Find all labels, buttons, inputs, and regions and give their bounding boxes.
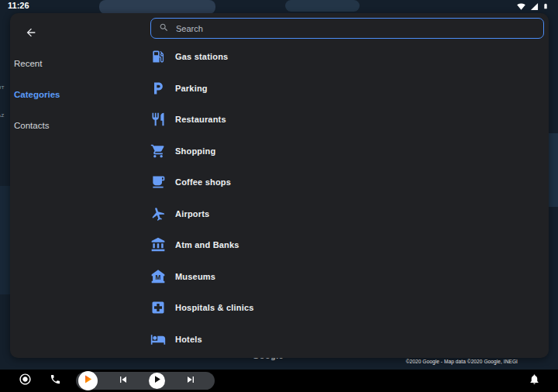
map-state-label: AZ xyxy=(0,113,5,118)
search-categories-panel: Recent Categories Contacts Gas stations xyxy=(10,13,549,358)
category-label: Atm and Banks xyxy=(175,240,239,249)
category-list: Gas stations Parking Restaurants Shoppin… xyxy=(150,41,544,355)
category-label: Gas stations xyxy=(175,52,228,61)
map-terrain-patch xyxy=(99,0,215,14)
sidebar-item-contacts[interactable]: Contacts xyxy=(14,116,130,135)
restaurant-icon xyxy=(150,112,166,127)
notifications-button[interactable] xyxy=(528,374,541,387)
category-item-hotels[interactable]: Hotels xyxy=(150,324,544,356)
phone-icon xyxy=(50,373,61,388)
sidebar-item-recent[interactable]: Recent xyxy=(14,54,130,73)
sidebar-item-categories[interactable]: Categories xyxy=(14,85,130,104)
skip-previous-button[interactable] xyxy=(116,374,129,387)
bell-icon xyxy=(529,373,540,388)
sidebar-item-label: Contacts xyxy=(14,121,49,130)
category-label: Parking xyxy=(175,84,208,93)
category-item-atm-and-banks[interactable]: Atm and Banks xyxy=(150,229,544,261)
phone-button[interactable] xyxy=(49,374,62,387)
skip-next-button[interactable] xyxy=(184,374,197,387)
coffee-cup-icon xyxy=(150,174,166,190)
map-terrain-patch xyxy=(549,133,558,207)
play-icon xyxy=(151,373,163,388)
map-terrain-patch xyxy=(285,0,360,12)
map-state-label: UT xyxy=(0,85,5,90)
android-auto-screen: UT AZ 11:26 Google ©2020 Google - Map da… xyxy=(0,0,558,392)
category-item-museums[interactable]: M Museums xyxy=(150,261,544,293)
category-item-coffee-shops[interactable]: Coffee shops xyxy=(150,167,544,198)
record-circle-icon xyxy=(19,373,32,389)
status-icons xyxy=(516,2,549,11)
parking-icon xyxy=(150,81,166,96)
category-item-hospitals-clinics[interactable]: Hospitals & clinics xyxy=(150,292,544,324)
cellular-signal-icon xyxy=(530,2,539,11)
search-input[interactable] xyxy=(176,24,536,33)
system-bar xyxy=(0,370,558,392)
hotel-bed-icon xyxy=(150,332,166,347)
sidebar-item-label: Categories xyxy=(14,90,60,99)
hospital-cross-icon xyxy=(150,300,166,315)
skip-next-icon xyxy=(184,373,197,389)
airplane-icon xyxy=(150,206,166,222)
museum-icon: M xyxy=(150,269,166,284)
category-label: Restaurants xyxy=(175,115,226,124)
clock: 11:26 xyxy=(8,1,29,10)
category-label: Hospitals & clinics xyxy=(175,303,254,312)
category-item-gas-stations[interactable]: Gas stations xyxy=(150,41,544,73)
skip-previous-icon xyxy=(117,373,129,389)
svg-text:M: M xyxy=(156,273,161,281)
search-bar[interactable] xyxy=(150,18,544,39)
record-circle-button[interactable] xyxy=(18,373,32,387)
category-item-shopping[interactable]: Shopping xyxy=(150,136,544,167)
category-label: Hotels xyxy=(175,335,202,344)
battery-icon xyxy=(542,2,549,11)
bank-icon xyxy=(150,237,166,253)
play-music-app-icon xyxy=(82,373,94,388)
category-item-parking[interactable]: Parking xyxy=(150,73,544,105)
media-controls xyxy=(76,372,215,390)
play-button[interactable] xyxy=(149,373,165,389)
gas-station-icon xyxy=(150,49,166,64)
category-item-restaurants[interactable]: Restaurants xyxy=(150,104,544,136)
category-label: Shopping xyxy=(175,146,215,156)
back-button[interactable] xyxy=(20,23,42,45)
sidebar-item-label: Recent xyxy=(14,59,42,68)
map-attribution: ©2020 Google - Map data ©2020 Google, IN… xyxy=(406,359,518,364)
back-arrow-icon xyxy=(25,26,37,42)
wifi-icon xyxy=(516,2,526,11)
category-label: Airports xyxy=(175,209,209,218)
category-label: Coffee shops xyxy=(175,177,231,187)
map-terrain-patch xyxy=(0,186,10,294)
play-music-app-button[interactable] xyxy=(78,371,98,390)
category-item-airports[interactable]: Airports xyxy=(150,198,544,230)
category-label: Museums xyxy=(175,272,215,281)
search-icon xyxy=(159,22,169,36)
shopping-cart-icon xyxy=(150,143,166,159)
